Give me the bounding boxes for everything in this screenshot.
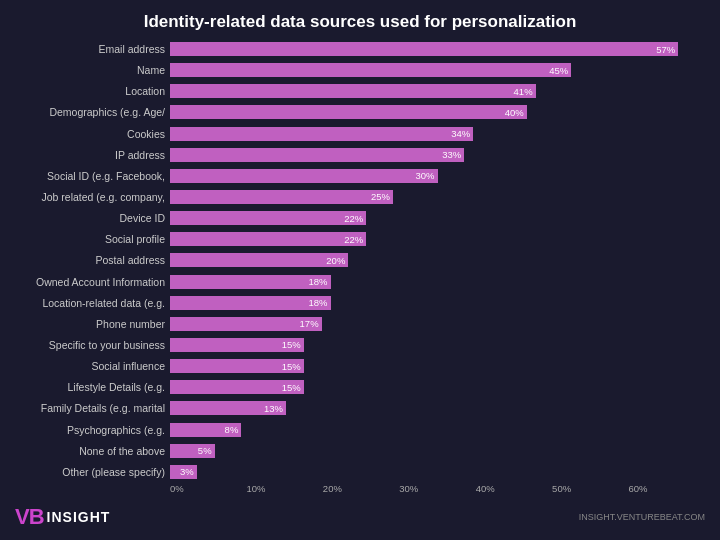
bar-fill: 5% (170, 444, 215, 458)
bar-row: Social influence15% (15, 357, 705, 375)
bar-track: 5% (170, 444, 705, 458)
bar-row: Social ID (e.g. Facebook,30% (15, 167, 705, 185)
bar-row: None of the above5% (15, 442, 705, 460)
bar-value: 33% (442, 149, 464, 160)
bar-value: 57% (656, 44, 678, 55)
bar-fill: 30% (170, 169, 438, 183)
bar-fill: 18% (170, 296, 331, 310)
bar-track: 3% (170, 465, 705, 479)
bar-label: Specific to your business (15, 339, 170, 351)
bar-fill: 17% (170, 317, 322, 331)
bar-row: Demographics (e.g. Age/40% (15, 103, 705, 121)
bar-track: 22% (170, 232, 705, 246)
bar-fill: 25% (170, 190, 393, 204)
bar-track: 20% (170, 253, 705, 267)
bar-value: 15% (282, 339, 304, 350)
bars-container: Email address57%Name45%Location41%Demogr… (15, 40, 705, 481)
bar-fill: 8% (170, 423, 241, 437)
bar-row: Cookies34% (15, 125, 705, 143)
bar-label: Social influence (15, 360, 170, 372)
bar-fill: 15% (170, 359, 304, 373)
bar-value: 18% (308, 276, 330, 287)
bar-label: Postal address (15, 254, 170, 266)
chart-title: Identity-related data sources used for p… (15, 12, 705, 32)
bar-value: 41% (514, 86, 536, 97)
bar-track: 8% (170, 423, 705, 437)
bar-track: 15% (170, 380, 705, 394)
bar-label: Psychographics (e.g. (15, 424, 170, 436)
bar-row: Psychographics (e.g.8% (15, 421, 705, 439)
bar-track: 25% (170, 190, 705, 204)
x-axis-label: 10% (246, 483, 322, 494)
bar-value: 25% (371, 191, 393, 202)
bar-label: Job related (e.g. company, (15, 191, 170, 203)
bar-fill: 45% (170, 63, 571, 77)
bar-label: Cookies (15, 128, 170, 140)
bar-value: 5% (198, 445, 215, 456)
bar-row: IP address33% (15, 146, 705, 164)
bar-fill: 20% (170, 253, 348, 267)
bar-fill: 15% (170, 380, 304, 394)
x-axis-label: 0% (170, 483, 246, 494)
bar-fill: 22% (170, 232, 366, 246)
bar-fill: 41% (170, 84, 536, 98)
bar-fill: 33% (170, 148, 464, 162)
bar-label: Other (please specify) (15, 466, 170, 478)
x-axis-label: 60% (629, 483, 705, 494)
bar-row: Location41% (15, 82, 705, 100)
bar-track: 45% (170, 63, 705, 77)
bar-label: Social profile (15, 233, 170, 245)
bar-track: 57% (170, 42, 705, 56)
bar-value: 3% (180, 466, 197, 477)
bar-label: Lifestyle Details (e.g. (15, 381, 170, 393)
bar-value: 15% (282, 382, 304, 393)
bar-track: 30% (170, 169, 705, 183)
bar-row: Social profile22% (15, 230, 705, 248)
bar-label: Name (15, 64, 170, 76)
bar-fill: 18% (170, 275, 331, 289)
bar-track: 18% (170, 296, 705, 310)
bar-row: Location-related data (e.g.18% (15, 294, 705, 312)
bar-label: Owned Account Information (15, 276, 170, 288)
bar-label: Location-related data (e.g. (15, 297, 170, 309)
bar-fill: 13% (170, 401, 286, 415)
chart-area: Email address57%Name45%Location41%Demogr… (15, 40, 705, 494)
bar-fill: 22% (170, 211, 366, 225)
footer-url: INSIGHT.VENTUREBEAT.COM (579, 512, 705, 522)
bar-value: 30% (415, 170, 437, 181)
bar-track: 34% (170, 127, 705, 141)
bar-value: 34% (451, 128, 473, 139)
logo: VB INSIGHT (15, 504, 110, 530)
x-axis-label: 50% (552, 483, 628, 494)
bar-row: Phone number17% (15, 315, 705, 333)
logo-insight: INSIGHT (47, 509, 111, 525)
bar-fill: 34% (170, 127, 473, 141)
x-axis-label: 30% (399, 483, 475, 494)
bar-fill: 15% (170, 338, 304, 352)
bar-track: 33% (170, 148, 705, 162)
bar-value: 13% (264, 403, 286, 414)
bar-fill: 57% (170, 42, 678, 56)
logo-vb: VB (15, 504, 44, 530)
bar-row: Owned Account Information18% (15, 273, 705, 291)
bar-track: 41% (170, 84, 705, 98)
bar-row: Postal address20% (15, 251, 705, 269)
bar-track: 40% (170, 105, 705, 119)
bar-value: 18% (308, 297, 330, 308)
bar-label: Location (15, 85, 170, 97)
bar-row: Lifestyle Details (e.g.15% (15, 378, 705, 396)
bar-row: Other (please specify)3% (15, 463, 705, 481)
bar-label: Demographics (e.g. Age/ (15, 106, 170, 118)
bar-label: Email address (15, 43, 170, 55)
bar-value: 17% (300, 318, 322, 329)
bar-label: Family Details (e.g. marital (15, 402, 170, 414)
bar-track: 13% (170, 401, 705, 415)
x-axis-label: 40% (476, 483, 552, 494)
bar-row: Job related (e.g. company,25% (15, 188, 705, 206)
bar-value: 8% (225, 424, 242, 435)
bar-track: 22% (170, 211, 705, 225)
bar-label: Phone number (15, 318, 170, 330)
bar-track: 17% (170, 317, 705, 331)
x-axis-label: 20% (323, 483, 399, 494)
bar-value: 22% (344, 213, 366, 224)
